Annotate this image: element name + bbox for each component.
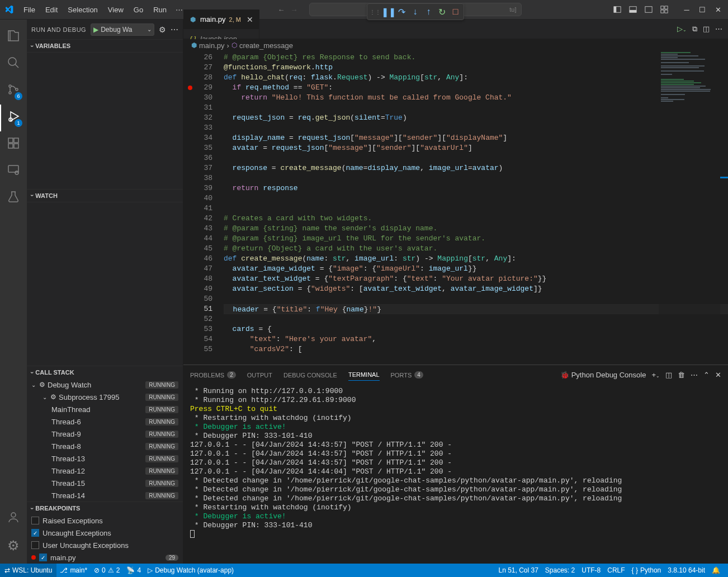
notifications-icon[interactable]: 🔔 [708, 566, 724, 574]
accounts-icon[interactable] [0, 505, 27, 532]
variables-section-header[interactable]: ›VARIABLES [27, 40, 183, 52]
explorer-icon[interactable] [0, 24, 27, 51]
debug-launch-icon[interactable]: ⧉ [692, 25, 697, 34]
search-icon[interactable] [0, 51, 27, 78]
watch-section-header[interactable]: ›WATCH [27, 190, 183, 202]
step-into-icon[interactable]: ↓ [409, 5, 422, 18]
nav-back-icon[interactable]: ← [278, 6, 285, 14]
split-terminal-icon[interactable]: ◫ [665, 371, 672, 379]
callstack-item[interactable]: Thread-8RUNNING [27, 440, 183, 452]
callstack-item[interactable]: Thread-14RUNNING [27, 489, 183, 502]
customize-layout-icon[interactable] [659, 4, 670, 15]
step-over-icon[interactable]: ↷ [395, 5, 409, 18]
panel-tab-ports[interactable]: PORTS4 [391, 369, 423, 381]
badge: 6 [15, 92, 22, 100]
command-center[interactable]: ⋮⋮ ❚❚ ↷ ↓ ↑ ↻ □ tu] [309, 3, 522, 16]
panel-tab-terminal[interactable]: TERMINAL [348, 369, 380, 381]
panel-tab-problems[interactable]: PROBLEMS2 [190, 369, 236, 381]
eol[interactable]: CRLF [604, 566, 628, 574]
menu-file[interactable]: File [19, 3, 40, 16]
checkbox[interactable]: ✓ [31, 529, 39, 537]
problems-status[interactable]: ⊘0 ⚠2 [91, 564, 123, 577]
close-panel-icon[interactable]: ✕ [715, 371, 721, 379]
remote-explorer-icon[interactable] [0, 158, 27, 185]
maximize-panel-icon[interactable]: ⌃ [703, 371, 710, 379]
close-icon[interactable]: ✕ [712, 4, 724, 15]
kill-terminal-icon[interactable]: 🗑 [678, 371, 685, 379]
terminal-selector[interactable]: 🐞 Python Debug Console [560, 371, 646, 379]
encoding[interactable]: UTF-8 [578, 566, 604, 574]
debug-config-selector[interactable]: ▶ Debug Wa ⌄ [91, 23, 154, 36]
cursor-position[interactable]: Ln 51, Col 37 [495, 566, 541, 574]
panel-more-icon[interactable]: ⋯ [691, 371, 698, 379]
debug-status[interactable]: ▷Debug Watch (avatar-app) [144, 564, 237, 577]
interpreter[interactable]: 3.8.10 64-bit [664, 566, 708, 574]
code-editor[interactable]: 2627282930313233343536373839404142434445… [183, 51, 728, 365]
breakpoint-item[interactable]: ✓Uncaught Exceptions [27, 527, 183, 539]
nav-forward-icon[interactable]: → [291, 6, 298, 14]
svg-rect-18 [8, 144, 13, 148]
more-icon[interactable]: ⋯ [171, 25, 178, 34]
source-control-icon[interactable]: 6 [0, 78, 27, 105]
breadcrumb[interactable]: ⬢ main.py › ⬡ create_message [183, 39, 728, 51]
breakpoint-item[interactable]: Raised Exceptions [27, 514, 183, 527]
callstack-section-header[interactable]: ›CALL STACK [27, 366, 183, 379]
callstack-item[interactable]: Thread-13RUNNING [27, 452, 183, 465]
maximize-icon[interactable]: ☐ [697, 4, 708, 15]
svg-rect-7 [661, 10, 664, 13]
svg-point-21 [15, 171, 18, 174]
panel-tab-debug-console[interactable]: DEBUG CONSOLE [283, 370, 337, 381]
branch-icon: ⎇ [60, 566, 68, 574]
gear-icon[interactable]: ⚙ [159, 25, 166, 34]
svg-rect-17 [14, 138, 18, 143]
pause-icon[interactable]: ❚❚ [382, 5, 395, 18]
menu-edit[interactable]: Edit [41, 3, 62, 16]
layout-toggle-bottom-icon[interactable] [627, 4, 639, 15]
svg-rect-4 [645, 7, 652, 13]
callstack-item[interactable]: Thread-12RUNNING [27, 465, 183, 477]
minimize-icon[interactable]: ─ [681, 4, 692, 15]
callstack-item[interactable]: Thread-6RUNNING [27, 415, 183, 428]
checkbox[interactable] [31, 517, 39, 524]
remote-indicator[interactable]: ⇄ WSL: Ubuntu [0, 564, 56, 577]
callstack-item[interactable]: ⌄⚙Subprocess 17995RUNNING [27, 391, 183, 403]
menu-go[interactable]: Go [129, 3, 148, 16]
breakpoint-dot-icon[interactable] [188, 86, 192, 90]
callstack-item[interactable]: MainThreadRUNNING [27, 403, 183, 415]
drag-handle-icon[interactable]: ⋮⋮ [368, 5, 382, 18]
split-editor-icon[interactable]: ◫ [703, 25, 710, 34]
svg-rect-3 [630, 10, 636, 12]
menu-view[interactable]: View [103, 3, 128, 16]
run-icon[interactable]: ▷⌄ [677, 25, 687, 34]
callstack-item[interactable]: Thread-9RUNNING [27, 428, 183, 440]
menu-selection[interactable]: Selection [63, 3, 102, 16]
restart-icon[interactable]: ↻ [436, 5, 449, 18]
breakpoints-section-header[interactable]: ›BREAKPOINTS [27, 502, 183, 514]
breakpoint-item[interactable]: User Uncaught Exceptions [27, 539, 183, 551]
indentation[interactable]: Spaces: 2 [542, 566, 578, 574]
svg-point-11 [9, 85, 11, 87]
testing-icon[interactable] [0, 185, 27, 212]
search-placeholder: tu] [509, 6, 516, 13]
step-out-icon[interactable]: ↑ [422, 5, 436, 18]
ports-status[interactable]: 📡4 [123, 564, 144, 577]
run-debug-icon[interactable]: 1 [0, 105, 27, 131]
git-branch[interactable]: ⎇main* [56, 564, 91, 577]
new-terminal-icon[interactable]: +⌄ [651, 371, 660, 379]
breakpoint-item[interactable]: ✓main.py29 [27, 551, 183, 564]
panel-tab-output[interactable]: OUTPUT [247, 370, 272, 381]
callstack-item[interactable]: Thread-15RUNNING [27, 477, 183, 489]
terminal-output[interactable]: * Running on http://127.0.0.1:9000 * Run… [183, 385, 728, 564]
callstack-item[interactable]: ⌄⚙Debug WatchRUNNING [27, 379, 183, 391]
checkbox[interactable]: ✓ [39, 554, 47, 561]
language-mode[interactable]: { }Python [628, 566, 665, 574]
stop-icon[interactable]: □ [449, 5, 462, 18]
settings-gear-icon[interactable]: ⚙ [0, 532, 27, 559]
more-actions-icon[interactable]: ⋯ [715, 25, 722, 34]
menu-run[interactable]: Run [149, 3, 171, 16]
layout-toggle-right-icon[interactable] [643, 4, 654, 15]
extensions-icon[interactable] [0, 131, 27, 158]
checkbox[interactable] [31, 541, 39, 549]
svg-rect-5 [661, 6, 664, 9]
layout-toggle-left-icon[interactable] [612, 4, 623, 15]
